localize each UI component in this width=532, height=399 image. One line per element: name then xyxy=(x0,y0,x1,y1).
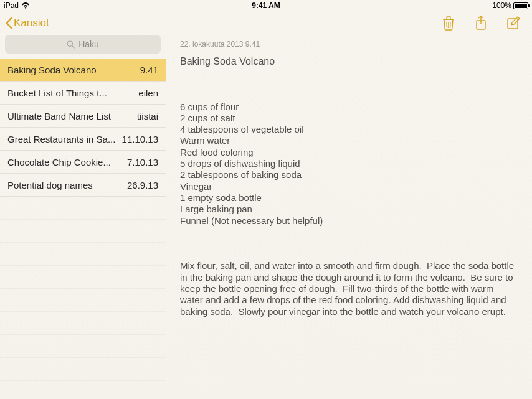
note-timestamp: 22. lokakuuta 2013 9.41 xyxy=(180,40,518,49)
note-ingredients: 6 cups of flour 2 cups of salt 4 tablesp… xyxy=(180,101,518,227)
battery-icon xyxy=(513,2,528,9)
note-title: Baking Soda Volcano xyxy=(180,56,518,67)
search-placeholder: Haku xyxy=(78,39,99,49)
note-row-title: Ultimate Band Name List xyxy=(7,111,137,121)
note-row-date: tiistai xyxy=(137,111,158,121)
note-row-date: 26.9.13 xyxy=(127,180,158,190)
compose-button[interactable] xyxy=(506,16,521,31)
search-icon xyxy=(67,40,75,49)
note-list: Baking Soda Volcano9.41Bucket List of Th… xyxy=(0,59,166,399)
note-row[interactable]: Bucket List of Things t...eilen xyxy=(0,82,166,105)
note-row-title: Chocolate Chip Cookie... xyxy=(7,157,127,167)
note-row[interactable]: Chocolate Chip Cookie...7.10.13 xyxy=(0,151,166,174)
toolbar xyxy=(166,11,532,35)
share-icon xyxy=(475,16,487,31)
svg-rect-7 xyxy=(508,19,518,29)
note-row[interactable]: Great Restaurants in Sa...11.10.13 xyxy=(0,128,166,151)
battery-pct: 100% xyxy=(492,1,511,10)
note-row-date: 7.10.13 xyxy=(127,157,158,167)
trash-icon xyxy=(442,16,455,31)
svg-line-2 xyxy=(447,22,447,28)
note-row-date: 9.41 xyxy=(140,65,158,75)
chevron-left-icon xyxy=(5,17,12,29)
svg-line-1 xyxy=(72,45,75,48)
note-row[interactable]: Potential dog names26.9.13 xyxy=(0,174,166,197)
back-label: Kansiot xyxy=(14,17,49,29)
svg-line-4 xyxy=(450,22,451,28)
wifi-icon xyxy=(21,2,30,9)
note-row[interactable]: Ultimate Band Name Listtiistai xyxy=(0,105,166,128)
back-button[interactable]: Kansiot xyxy=(5,17,49,29)
note-row-title: Potential dog names xyxy=(7,180,127,190)
note-body[interactable]: 6 cups of flour 2 cups of salt 4 tablesp… xyxy=(180,78,518,352)
note-instructions: Mix flour, salt, oil, and water into a s… xyxy=(180,260,518,317)
sidebar: Kansiot Haku Baking Soda Volcano9.41Buck… xyxy=(0,11,166,399)
status-bar: iPad 9:41 AM 100% xyxy=(0,0,532,11)
device-label: iPad xyxy=(4,1,19,10)
clock: 9:41 AM xyxy=(252,1,280,10)
note-content: 22. lokakuuta 2013 9.41 Baking Soda Volc… xyxy=(166,11,532,399)
note-row-title: Baking Soda Volcano xyxy=(7,65,140,75)
note-row-date: 11.10.13 xyxy=(122,134,158,144)
note-row-title: Bucket List of Things t... xyxy=(7,88,138,98)
note-row[interactable]: Baking Soda Volcano9.41 xyxy=(0,59,166,82)
compose-icon xyxy=(506,16,520,30)
search-input[interactable]: Haku xyxy=(5,35,161,54)
delete-button[interactable] xyxy=(441,16,456,31)
share-button[interactable] xyxy=(473,16,488,31)
note-row-title: Great Restaurants in Sa... xyxy=(7,134,122,144)
note-row-date: eilen xyxy=(138,88,158,98)
